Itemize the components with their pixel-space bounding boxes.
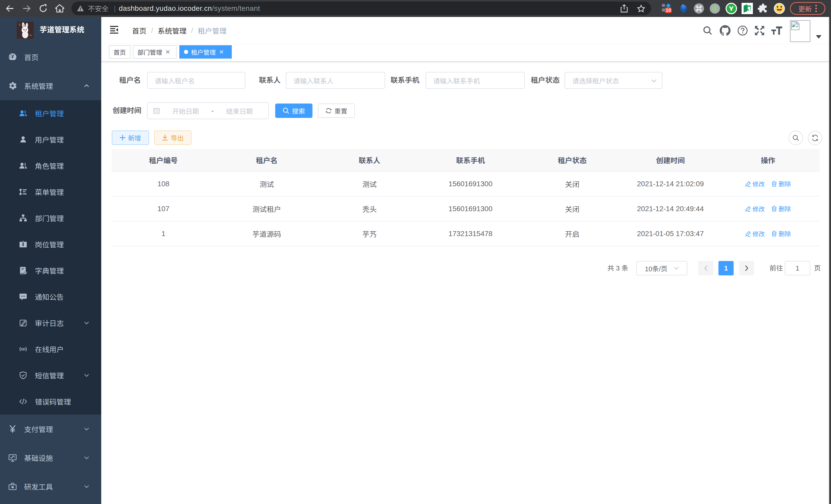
svg-text:10: 10 xyxy=(665,7,671,13)
